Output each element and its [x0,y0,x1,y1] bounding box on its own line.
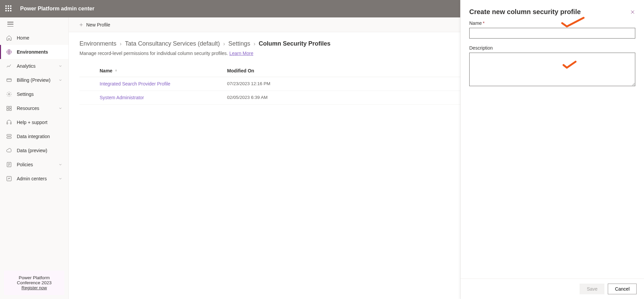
breadcrumb-current: Column Security Profiles [259,40,330,47]
sidebar-item-billing[interactable]: Billing (Preview) [0,73,68,87]
panel-footer: Save Cancel [461,279,644,299]
resources-icon [6,105,12,111]
home-icon [6,35,12,41]
sidebar-item-label: Settings [17,92,34,97]
sidebar-item-home[interactable]: Home [0,31,68,45]
name-input[interactable] [469,28,635,39]
svg-rect-8 [10,123,11,124]
breadcrumb-org[interactable]: Tata Consultancy Services (default) [125,40,220,47]
row-modified: 07/23/2023 12:16 PM [227,81,328,86]
new-profile-label: New Profile [86,22,110,27]
svg-rect-3 [7,106,8,108]
billing-icon [6,77,12,83]
sidebar-item-label: Environments [17,49,48,55]
name-field: Name* [469,20,635,39]
sidebar: Home Environments Analytics Billing (Pre… [0,17,69,299]
column-header-modified[interactable]: Modified On [227,68,328,73]
row-name[interactable]: Integrated Search Provider Profile [100,81,227,86]
sidebar-item-label: Home [17,35,29,41]
sidebar-item-label: Data (preview) [17,148,47,153]
waffle-icon[interactable] [5,5,12,12]
chevron-down-icon [58,78,62,82]
sidebar-item-policies[interactable]: Policies [0,158,68,172]
sidebar-item-label: Data integration [17,134,50,139]
chevron-right-icon: › [254,41,255,47]
app-title: Power Platform admin center [20,6,94,12]
environments-icon [6,49,12,55]
svg-rect-4 [10,106,11,108]
learn-more-link[interactable]: Learn More [229,51,254,56]
sidebar-item-analytics[interactable]: Analytics [0,59,68,73]
chevron-down-icon [58,64,62,68]
subtext-text: Manage record-level permissions for indi… [79,51,229,56]
sidebar-item-environments[interactable]: Environments [0,45,68,59]
cancel-button[interactable]: Cancel [608,284,637,294]
sidebar-item-admin-centers[interactable]: Admin centers [0,172,68,186]
plus-icon [79,22,84,27]
svg-point-2 [8,94,10,95]
new-profile-button[interactable]: New Profile [75,20,114,29]
sidebar-item-label: Analytics [17,63,36,69]
cloud-icon [6,147,12,154]
svg-rect-5 [7,109,8,111]
column-header-name-label: Name [100,68,112,73]
sidebar-item-resources[interactable]: Resources [0,101,68,115]
required-star: * [483,20,484,26]
breadcrumb-environments[interactable]: Environments [79,40,116,47]
sidebar-item-label: Resources [17,106,39,111]
chevron-down-icon [58,163,62,167]
sidebar-item-settings[interactable]: Settings [0,87,68,101]
nav: Home Environments Analytics Billing (Pre… [0,31,68,266]
sidebar-item-label: Admin centers [17,176,47,181]
chevron-down-icon [58,106,62,110]
column-header-name[interactable]: Name [100,68,227,73]
close-icon[interactable] [630,9,635,15]
data-integration-icon [6,133,12,139]
gear-icon [6,91,12,97]
promo-line2: Conference 2023 [9,280,60,285]
sidebar-item-data-integration[interactable]: Data integration [0,129,68,143]
description-input[interactable] [469,53,635,86]
save-button[interactable]: Save [580,284,604,294]
row-name[interactable]: System Administrator [100,95,227,100]
sidebar-item-label: Help + support [17,120,47,125]
svg-rect-9 [7,134,11,136]
row-modified: 02/05/2023 6:39 AM [227,95,328,100]
chevron-down-icon [58,177,62,181]
svg-rect-7 [7,123,8,124]
policies-icon [6,162,12,168]
promo-link[interactable]: Register now [21,285,47,290]
analytics-icon [6,63,12,69]
chevron-right-icon: › [223,41,225,47]
svg-rect-6 [10,109,11,111]
description-label: Description [469,45,635,51]
svg-rect-1 [7,79,11,82]
headset-icon [6,119,12,125]
hamburger-icon[interactable] [7,22,13,26]
sidebar-item-label: Policies [17,162,33,167]
sort-up-icon [114,69,118,72]
create-profile-panel: Create new column security profile Name*… [460,0,644,299]
name-label-text: Name [469,20,482,26]
chevron-right-icon: › [120,41,121,47]
breadcrumb-settings[interactable]: Settings [228,40,250,47]
admin-centers-icon [6,176,12,182]
description-field: Description [469,45,635,87]
promo-card: Power Platform Conference 2023 Register … [4,271,64,295]
svg-rect-10 [7,137,11,139]
promo-line1: Power Platform [9,275,60,280]
sidebar-item-help[interactable]: Help + support [0,115,68,129]
sidebar-item-data-preview[interactable]: Data (preview) [0,143,68,158]
panel-title: Create new column security profile [469,8,581,16]
sidebar-item-label: Billing (Preview) [17,77,50,83]
name-label: Name* [469,20,635,26]
